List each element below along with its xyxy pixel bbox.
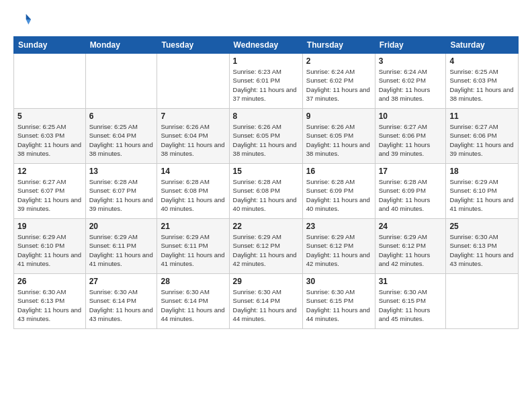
day-info: Sunrise: 6:30 AM Sunset: 6:14 PM Dayligh… bbox=[89, 287, 154, 323]
day-number: 23 bbox=[306, 222, 371, 231]
calendar-cell: 19Sunrise: 6:29 AM Sunset: 6:10 PM Dayli… bbox=[14, 219, 86, 274]
calendar-cell: 11Sunrise: 6:27 AM Sunset: 6:06 PM Dayli… bbox=[446, 109, 519, 164]
calendar-header-saturday: Saturday bbox=[446, 37, 519, 54]
day-info: Sunrise: 6:28 AM Sunset: 6:08 PM Dayligh… bbox=[161, 177, 225, 213]
calendar-cell: 31Sunrise: 6:30 AM Sunset: 6:15 PM Dayli… bbox=[375, 274, 446, 329]
calendar-cell: 25Sunrise: 6:30 AM Sunset: 6:13 PM Dayli… bbox=[446, 219, 519, 274]
calendar-header-row: SundayMondayTuesdayWednesdayThursdayFrid… bbox=[14, 37, 519, 54]
day-number: 29 bbox=[233, 277, 299, 286]
calendar-cell: 26Sunrise: 6:30 AM Sunset: 6:13 PM Dayli… bbox=[14, 274, 86, 329]
logo-icon bbox=[13, 11, 32, 30]
day-info: Sunrise: 6:29 AM Sunset: 6:10 PM Dayligh… bbox=[449, 177, 515, 213]
day-info: Sunrise: 6:30 AM Sunset: 6:14 PM Dayligh… bbox=[233, 287, 299, 323]
calendar-cell: 21Sunrise: 6:29 AM Sunset: 6:11 PM Dayli… bbox=[157, 219, 229, 274]
calendar-cell: 12Sunrise: 6:27 AM Sunset: 6:07 PM Dayli… bbox=[14, 164, 86, 219]
svg-marker-0 bbox=[26, 14, 31, 19]
calendar-cell bbox=[446, 274, 519, 329]
day-info: Sunrise: 6:26 AM Sunset: 6:05 PM Dayligh… bbox=[306, 122, 371, 158]
calendar-cell: 28Sunrise: 6:30 AM Sunset: 6:14 PM Dayli… bbox=[157, 274, 229, 329]
day-info: Sunrise: 6:29 AM Sunset: 6:10 PM Dayligh… bbox=[17, 232, 82, 268]
day-info: Sunrise: 6:30 AM Sunset: 6:14 PM Dayligh… bbox=[161, 287, 225, 323]
day-number: 24 bbox=[379, 222, 443, 231]
calendar-cell bbox=[85, 54, 157, 109]
calendar-cell: 7Sunrise: 6:26 AM Sunset: 6:04 PM Daylig… bbox=[157, 109, 229, 164]
calendar-cell: 9Sunrise: 6:26 AM Sunset: 6:05 PM Daylig… bbox=[302, 109, 375, 164]
day-number: 31 bbox=[379, 277, 443, 286]
day-number: 9 bbox=[306, 111, 371, 121]
day-number: 14 bbox=[161, 167, 225, 176]
day-info: Sunrise: 6:24 AM Sunset: 6:02 PM Dayligh… bbox=[379, 67, 443, 103]
calendar-cell: 24Sunrise: 6:29 AM Sunset: 6:12 PM Dayli… bbox=[375, 219, 446, 274]
logo bbox=[13, 11, 35, 30]
day-info: Sunrise: 6:29 AM Sunset: 6:11 PM Dayligh… bbox=[161, 232, 225, 268]
day-number: 17 bbox=[379, 167, 443, 176]
calendar-cell bbox=[14, 54, 86, 109]
page: SundayMondayTuesdayWednesdayThursdayFrid… bbox=[0, 0, 532, 411]
calendar-cell: 8Sunrise: 6:26 AM Sunset: 6:05 PM Daylig… bbox=[229, 109, 302, 164]
day-number: 10 bbox=[379, 111, 443, 121]
calendar-week-row: 12Sunrise: 6:27 AM Sunset: 6:07 PM Dayli… bbox=[14, 164, 519, 219]
day-info: Sunrise: 6:26 AM Sunset: 6:05 PM Dayligh… bbox=[233, 122, 299, 158]
day-info: Sunrise: 6:28 AM Sunset: 6:08 PM Dayligh… bbox=[233, 177, 299, 213]
day-info: Sunrise: 6:30 AM Sunset: 6:15 PM Dayligh… bbox=[306, 287, 371, 323]
calendar-header-sunday: Sunday bbox=[14, 37, 86, 54]
day-info: Sunrise: 6:27 AM Sunset: 6:06 PM Dayligh… bbox=[379, 122, 443, 158]
calendar-header-tuesday: Tuesday bbox=[157, 37, 229, 54]
day-number: 8 bbox=[233, 111, 299, 121]
day-info: Sunrise: 6:30 AM Sunset: 6:13 PM Dayligh… bbox=[17, 287, 82, 323]
calendar-cell: 17Sunrise: 6:28 AM Sunset: 6:09 PM Dayli… bbox=[375, 164, 446, 219]
calendar-cell: 16Sunrise: 6:28 AM Sunset: 6:09 PM Dayli… bbox=[302, 164, 375, 219]
calendar-cell: 23Sunrise: 6:29 AM Sunset: 6:12 PM Dayli… bbox=[302, 219, 375, 274]
calendar-cell: 13Sunrise: 6:28 AM Sunset: 6:07 PM Dayli… bbox=[85, 164, 157, 219]
calendar-cell: 20Sunrise: 6:29 AM Sunset: 6:11 PM Dayli… bbox=[85, 219, 157, 274]
calendar-cell: 27Sunrise: 6:30 AM Sunset: 6:14 PM Dayli… bbox=[85, 274, 157, 329]
day-number: 4 bbox=[449, 56, 515, 66]
calendar-week-row: 19Sunrise: 6:29 AM Sunset: 6:10 PM Dayli… bbox=[14, 219, 519, 274]
calendar-week-row: 1Sunrise: 6:23 AM Sunset: 6:01 PM Daylig… bbox=[14, 54, 519, 109]
calendar-cell: 2Sunrise: 6:24 AM Sunset: 6:02 PM Daylig… bbox=[302, 54, 375, 109]
day-number: 25 bbox=[449, 222, 515, 231]
day-number: 22 bbox=[233, 222, 299, 231]
day-number: 27 bbox=[89, 277, 154, 286]
calendar-cell: 5Sunrise: 6:25 AM Sunset: 6:03 PM Daylig… bbox=[14, 109, 86, 164]
calendar-week-row: 5Sunrise: 6:25 AM Sunset: 6:03 PM Daylig… bbox=[14, 109, 519, 164]
day-number: 21 bbox=[161, 222, 225, 231]
day-info: Sunrise: 6:28 AM Sunset: 6:07 PM Dayligh… bbox=[89, 177, 154, 213]
day-info: Sunrise: 6:23 AM Sunset: 6:01 PM Dayligh… bbox=[233, 67, 299, 103]
svg-marker-1 bbox=[26, 19, 31, 24]
calendar: SundayMondayTuesdayWednesdayThursdayFrid… bbox=[13, 36, 519, 329]
day-number: 12 bbox=[17, 167, 82, 176]
calendar-cell: 14Sunrise: 6:28 AM Sunset: 6:08 PM Dayli… bbox=[157, 164, 229, 219]
day-info: Sunrise: 6:29 AM Sunset: 6:12 PM Dayligh… bbox=[306, 232, 371, 268]
day-info: Sunrise: 6:29 AM Sunset: 6:12 PM Dayligh… bbox=[379, 232, 443, 268]
day-number: 13 bbox=[89, 167, 154, 176]
day-number: 28 bbox=[161, 277, 225, 286]
day-number: 5 bbox=[17, 111, 82, 121]
calendar-cell: 22Sunrise: 6:29 AM Sunset: 6:12 PM Dayli… bbox=[229, 219, 302, 274]
day-number: 2 bbox=[306, 56, 371, 66]
day-number: 30 bbox=[306, 277, 371, 286]
day-number: 11 bbox=[449, 111, 515, 121]
day-info: Sunrise: 6:25 AM Sunset: 6:04 PM Dayligh… bbox=[89, 122, 154, 158]
day-number: 3 bbox=[379, 56, 443, 66]
day-number: 1 bbox=[233, 56, 299, 66]
calendar-cell: 3Sunrise: 6:24 AM Sunset: 6:02 PM Daylig… bbox=[375, 54, 446, 109]
day-info: Sunrise: 6:27 AM Sunset: 6:06 PM Dayligh… bbox=[449, 122, 515, 158]
day-number: 19 bbox=[17, 222, 82, 231]
day-number: 18 bbox=[449, 167, 515, 176]
calendar-cell: 6Sunrise: 6:25 AM Sunset: 6:04 PM Daylig… bbox=[85, 109, 157, 164]
day-info: Sunrise: 6:30 AM Sunset: 6:13 PM Dayligh… bbox=[449, 232, 515, 268]
calendar-header-thursday: Thursday bbox=[302, 37, 375, 54]
day-info: Sunrise: 6:30 AM Sunset: 6:15 PM Dayligh… bbox=[379, 287, 443, 323]
day-number: 20 bbox=[89, 222, 154, 231]
calendar-cell: 1Sunrise: 6:23 AM Sunset: 6:01 PM Daylig… bbox=[229, 54, 302, 109]
calendar-cell: 29Sunrise: 6:30 AM Sunset: 6:14 PM Dayli… bbox=[229, 274, 302, 329]
day-number: 26 bbox=[17, 277, 82, 286]
calendar-cell: 10Sunrise: 6:27 AM Sunset: 6:06 PM Dayli… bbox=[375, 109, 446, 164]
header bbox=[13, 11, 519, 30]
calendar-header-wednesday: Wednesday bbox=[229, 37, 302, 54]
day-number: 7 bbox=[161, 111, 225, 121]
day-info: Sunrise: 6:25 AM Sunset: 6:03 PM Dayligh… bbox=[17, 122, 82, 158]
day-number: 15 bbox=[233, 167, 299, 176]
calendar-cell: 15Sunrise: 6:28 AM Sunset: 6:08 PM Dayli… bbox=[229, 164, 302, 219]
